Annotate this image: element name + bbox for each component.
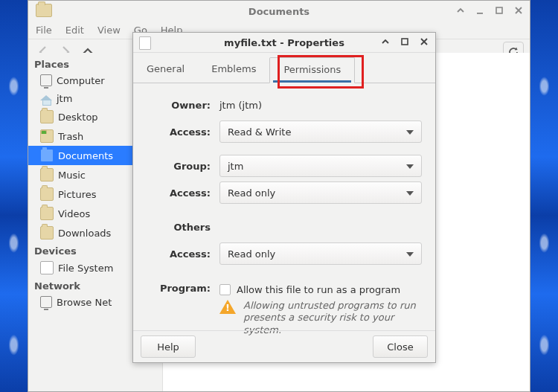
menu-view[interactable]: View bbox=[97, 25, 121, 36]
folder-icon bbox=[40, 168, 54, 181]
close-dialog-button[interactable]: Close bbox=[373, 335, 428, 358]
sidebar-item-label: Browse Net bbox=[57, 297, 112, 308]
minimize-button[interactable] bbox=[475, 5, 485, 16]
sidebar-item-label: Downloads bbox=[58, 228, 111, 239]
owner-access-label: Access: bbox=[147, 126, 211, 138]
group-access-select[interactable]: Read only bbox=[219, 181, 422, 204]
run-as-program-label: Allow this file to run as a program bbox=[237, 284, 400, 295]
properties-dialog: myfile.txt - Properties General Emblems … bbox=[132, 32, 436, 363]
maximize-button[interactable] bbox=[400, 36, 410, 47]
monitor-icon bbox=[40, 74, 52, 86]
sidebar-item-label: Computer bbox=[57, 75, 105, 86]
run-as-program-checkbox[interactable] bbox=[219, 284, 231, 295]
group-value: jtm bbox=[228, 161, 243, 172]
sidebar-item-label: Music bbox=[58, 170, 86, 181]
network-icon bbox=[40, 296, 52, 308]
permissions-form: Owner: jtm (jtm) Access: Read & Write Gr… bbox=[133, 83, 435, 341]
folder-icon bbox=[40, 187, 54, 201]
folder-icon bbox=[36, 4, 52, 17]
home-icon bbox=[40, 92, 52, 104]
rollup-button[interactable] bbox=[455, 5, 466, 16]
tab-bar: General Emblems Permissions bbox=[133, 53, 435, 83]
owner-access-value: Read & Write bbox=[228, 126, 291, 138]
sidebar-item-label: File System bbox=[58, 263, 113, 274]
sidebar-item-label: Trash bbox=[58, 131, 83, 142]
dialog-title: myfile.txt - Properties bbox=[224, 37, 344, 48]
folder-icon bbox=[40, 149, 54, 162]
dialog-button-bar: Help Close bbox=[133, 330, 435, 362]
document-icon bbox=[139, 36, 151, 50]
sidebar-item-label: jtm bbox=[57, 93, 72, 104]
owner-access-select[interactable]: Read & Write bbox=[219, 121, 422, 143]
owner-value: jtm (jtm) bbox=[219, 100, 262, 111]
sidebar-item-label: Pictures bbox=[58, 189, 96, 200]
folder-icon bbox=[40, 226, 54, 240]
close-button[interactable] bbox=[419, 36, 429, 47]
rollup-button[interactable] bbox=[380, 36, 391, 47]
others-access-label: Access: bbox=[147, 248, 211, 260]
disk-icon bbox=[40, 261, 54, 274]
sidebar-item-label: Videos bbox=[58, 208, 90, 219]
others-access-select[interactable]: Read only bbox=[219, 242, 422, 265]
menu-file[interactable]: File bbox=[36, 25, 52, 36]
fm-title: Documents bbox=[248, 6, 310, 17]
svg-rect-1 bbox=[496, 7, 502, 13]
folder-icon bbox=[40, 207, 54, 220]
group-select[interactable]: jtm bbox=[219, 155, 422, 177]
others-label: Others bbox=[147, 222, 211, 233]
properties-titlebar: myfile.txt - Properties bbox=[133, 33, 435, 53]
fm-titlebar: Documents bbox=[28, 1, 530, 22]
trash-icon bbox=[40, 129, 54, 143]
tab-general[interactable]: General bbox=[133, 57, 198, 83]
folder-icon bbox=[40, 110, 54, 123]
others-access-value: Read only bbox=[228, 248, 275, 260]
owner-label: Owner: bbox=[147, 100, 211, 111]
help-button[interactable]: Help bbox=[141, 335, 196, 358]
svg-rect-2 bbox=[402, 39, 408, 45]
sidebar-item-label: Documents bbox=[58, 150, 113, 161]
group-access-value: Read only bbox=[228, 187, 275, 199]
tab-emblems[interactable]: Emblems bbox=[198, 57, 269, 83]
sidebar-item-label: Desktop bbox=[58, 112, 98, 123]
tab-permissions[interactable]: Permissions bbox=[269, 57, 355, 83]
svg-rect-0 bbox=[477, 13, 483, 14]
maximize-button[interactable] bbox=[494, 5, 504, 16]
program-label: Program: bbox=[147, 283, 211, 294]
close-button[interactable] bbox=[513, 5, 524, 16]
menu-edit[interactable]: Edit bbox=[65, 25, 84, 36]
group-label: Group: bbox=[147, 161, 211, 172]
group-access-label: Access: bbox=[147, 187, 211, 199]
warning-icon bbox=[219, 300, 236, 315]
